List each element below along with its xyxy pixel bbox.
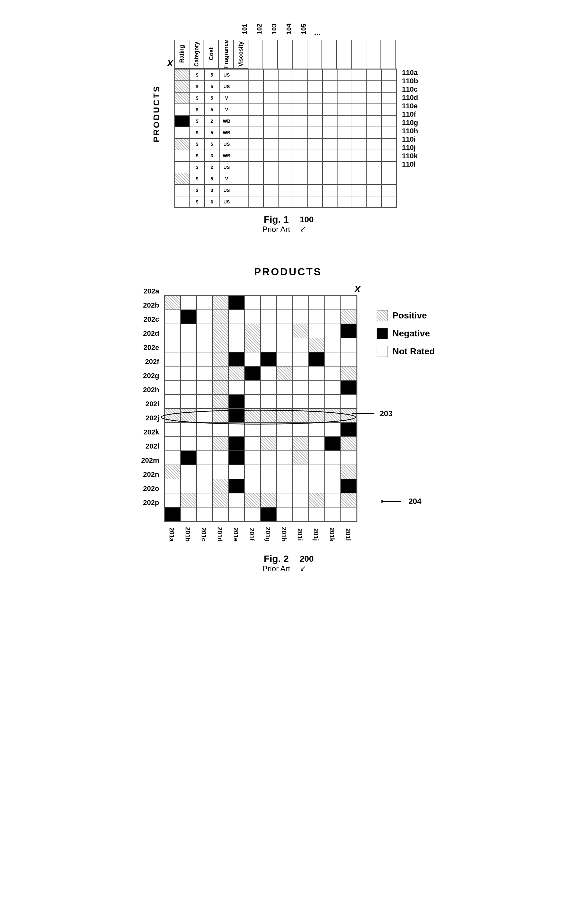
fig1-num-cell: 5 <box>205 127 219 139</box>
fig2-row-label-item: 202i <box>141 397 162 411</box>
fig1-arrow: ↙ <box>300 225 306 233</box>
fig1-data-cell <box>367 150 381 161</box>
legend-not-rated: Not Rated <box>377 346 435 357</box>
fig1-data-cell <box>234 115 249 127</box>
fig2-cell <box>181 310 197 324</box>
fig2-col-label-item: 201d <box>212 523 228 546</box>
fig1-ellipsis: ... <box>311 28 320 38</box>
fig1-data-cell <box>264 92 278 104</box>
fig1-type-cell: WB <box>219 127 234 139</box>
fig1-data-cell <box>352 115 367 127</box>
fig2-cell <box>245 465 261 479</box>
fig2-cell <box>341 465 357 479</box>
fig1-data-cell <box>264 69 278 81</box>
fig1-data-cell <box>293 115 308 127</box>
fig1-data-cell <box>352 185 367 196</box>
fig2-col-label-item: 201e <box>228 523 244 546</box>
fig2-cell <box>309 423 325 437</box>
fig2-cell <box>309 338 325 352</box>
fig1-data-cell <box>293 92 308 104</box>
fig2-row-label-item: 202k <box>141 425 162 439</box>
fig1-data-cell <box>264 161 278 173</box>
fig1-data-cell <box>352 173 367 185</box>
fig1-data-cell <box>367 92 381 104</box>
fig2-cell <box>293 352 309 366</box>
legend-negative: Negative <box>377 328 435 339</box>
fig2-cell <box>277 352 293 366</box>
fig1-rating-cell <box>175 92 190 104</box>
fig1-row-label-item: 110a <box>399 69 424 77</box>
fig1-data-cell <box>308 150 322 161</box>
fig1-data-cell <box>322 139 337 150</box>
fig1-data-cell <box>264 81 278 92</box>
fig2-cell <box>165 310 181 324</box>
fig2-cell <box>197 310 213 324</box>
fig2-col-label-item: 201c <box>196 523 212 546</box>
fig1-data-cell <box>234 81 249 92</box>
fig1-data-cell <box>308 81 322 92</box>
fig2-cell <box>325 296 341 310</box>
fig2-row <box>165 310 357 324</box>
fig1-cost-cell: $ <box>190 92 205 104</box>
fig2-cell <box>229 493 245 507</box>
fig2-cell <box>277 296 293 310</box>
fig1-data-cell <box>278 150 293 161</box>
fig1-data-cell <box>367 161 381 173</box>
fig1-type-cell: WB <box>219 150 234 161</box>
fig2-cell <box>245 479 261 493</box>
fig2-cell <box>197 366 213 380</box>
fig2-cell <box>293 507 309 521</box>
fig1-data-cell <box>352 196 367 207</box>
fig2-cell <box>181 409 197 423</box>
fig1-data-cell <box>264 150 278 161</box>
fig2-cell <box>197 296 213 310</box>
fig1-data-cell <box>308 104 322 115</box>
fig2-col-label-item: 201k <box>324 523 340 546</box>
fig2-cell <box>229 380 245 394</box>
fig2-cell <box>325 479 341 493</box>
fig1-data-cell <box>308 127 322 139</box>
fig2-cell <box>325 324 341 338</box>
fig2-cell <box>165 507 181 521</box>
fig2-cell <box>181 324 197 338</box>
fig2-cell <box>261 296 277 310</box>
fig1-data-cell <box>249 185 264 196</box>
fig1-data-cell <box>278 161 293 173</box>
fig2-cell <box>293 394 309 409</box>
fig2-cell <box>213 352 229 366</box>
fig2-cell <box>165 479 181 493</box>
fig2-cell <box>341 394 357 409</box>
fig1-row: $3WB <box>175 150 396 161</box>
fig2-row-label-item: 202d <box>141 327 162 341</box>
fig1-data-cell <box>337 81 352 92</box>
fig2-cell <box>213 409 229 423</box>
fig1-data-cell <box>234 92 249 104</box>
fig1-cost-cell: $ <box>190 104 205 115</box>
fig2-cell <box>309 451 325 465</box>
fig2-cell <box>197 409 213 423</box>
fig1-wrapper: PRODUCTS 101102103104105 ... X RatingCat… <box>152 19 424 208</box>
fig1-type-cell: US <box>219 69 234 81</box>
fig2-cell <box>277 310 293 324</box>
fig1-empty-col-header <box>307 40 322 69</box>
fig2-row-label-item: 202f <box>141 355 162 369</box>
fig2-cell <box>245 352 261 366</box>
fig1-empty-col-header <box>381 40 395 69</box>
fig2-cell <box>261 310 277 324</box>
fig1-data-cell <box>308 196 322 207</box>
fig2-cell <box>213 394 229 409</box>
fig1-attr-col: Category <box>189 40 204 69</box>
fig2-cell <box>293 493 309 507</box>
fig2-ref-arrow: ↙ <box>300 564 306 573</box>
fig1-num-cell: 5 <box>205 69 219 81</box>
fig2-cell <box>325 338 341 352</box>
fig2-cell <box>309 493 325 507</box>
fig2-row <box>165 451 357 465</box>
fig1-row-labels: 110a110b110c110d110e110f110g110h110i110j… <box>399 69 424 169</box>
fig2-cell <box>165 296 181 310</box>
fig1-row: $5V <box>175 92 396 104</box>
fig2-cell <box>341 366 357 380</box>
legend-not-rated-label: Not Rated <box>393 346 435 357</box>
fig2-subtitle: Prior Art <box>262 564 290 573</box>
fig2-col-label-item: 201b <box>180 523 196 546</box>
